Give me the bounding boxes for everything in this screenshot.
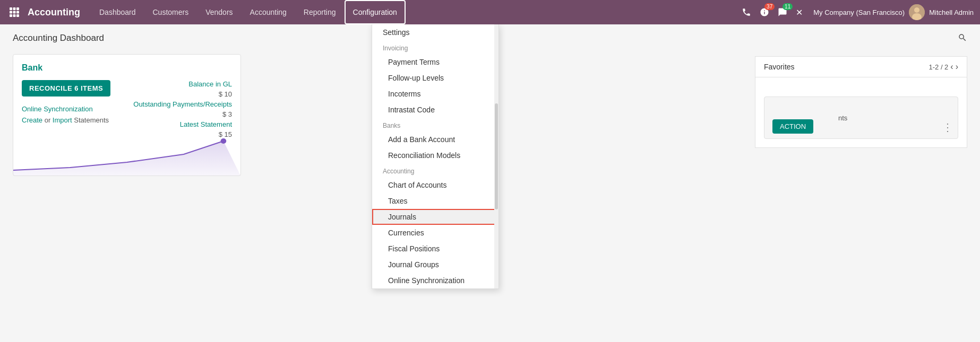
- message-icon-btn[interactable]: 11: [776, 5, 789, 19]
- svg-point-10: [914, 7, 919, 13]
- nav-dashboard[interactable]: Dashboard: [91, 0, 144, 24]
- dropdown-item-chart-of-accounts[interactable]: Chart of Accounts: [372, 177, 498, 185]
- dropdown-item-payment-terms[interactable]: Payment Terms: [372, 54, 498, 70]
- svg-rect-4: [13, 11, 16, 14]
- svg-rect-8: [16, 14, 19, 17]
- activity-icon-btn[interactable]: 37: [758, 5, 771, 19]
- svg-rect-1: [13, 7, 16, 10]
- dropdown-section-invoicing: Invoicing: [372, 40, 498, 54]
- avatar[interactable]: [909, 4, 925, 20]
- svg-rect-2: [16, 7, 19, 10]
- dropdown-item-followup[interactable]: Follow-up Levels: [372, 70, 498, 86]
- phone-icon-btn[interactable]: [740, 5, 753, 19]
- svg-rect-0: [10, 7, 12, 10]
- nav-configuration[interactable]: Configuration: [345, 0, 406, 24]
- navbar-right: 37 11 ✕ My Company (San Francisco) Mitch…: [740, 4, 974, 20]
- svg-rect-7: [13, 14, 16, 17]
- svg-rect-3: [10, 11, 12, 14]
- svg-rect-6: [10, 14, 12, 17]
- dropdown-item-incoterms[interactable]: Incoterms: [372, 86, 498, 102]
- nav-accounting[interactable]: Accounting: [242, 0, 295, 24]
- dropdown-item-intrastat[interactable]: Intrastat Code: [372, 102, 498, 118]
- nav-reporting[interactable]: Reporting: [295, 0, 345, 24]
- activity-badge: 37: [764, 3, 775, 10]
- navbar-menu: Dashboard Customers Vendors Accounting R…: [91, 0, 740, 24]
- apps-grid-icon[interactable]: [6, 7, 22, 17]
- svg-rect-5: [16, 11, 19, 14]
- navbar: Accounting Dashboard Customers Vendors A…: [0, 0, 980, 24]
- nav-vendors[interactable]: Vendors: [197, 0, 241, 24]
- dropdown-scrollbar-thumb: [495, 103, 498, 185]
- close-icon: ✕: [796, 7, 803, 17]
- dropdown-overlay[interactable]: Settings Invoicing Payment Terms Follow-…: [0, 24, 980, 185]
- dropdown-scrollbar: [494, 24, 498, 185]
- dropdown-item-add-bank[interactable]: Add a Bank Account: [372, 131, 498, 147]
- close-icon-btn[interactable]: ✕: [794, 5, 805, 20]
- dropdown-section-accounting: Accounting: [372, 163, 498, 177]
- message-badge: 11: [783, 3, 793, 10]
- dropdown-item-reconciliation-models[interactable]: Reconciliation Models: [372, 147, 498, 163]
- user-name: Mitchell Admin: [929, 8, 974, 16]
- nav-customers[interactable]: Customers: [144, 0, 197, 24]
- app-brand: Accounting: [28, 7, 80, 18]
- company-name: My Company (San Francisco): [813, 8, 905, 16]
- configuration-dropdown: Settings Invoicing Payment Terms Follow-…: [372, 24, 499, 185]
- dropdown-item-settings[interactable]: Settings: [372, 24, 498, 40]
- dropdown-section-banks: Banks: [372, 118, 498, 131]
